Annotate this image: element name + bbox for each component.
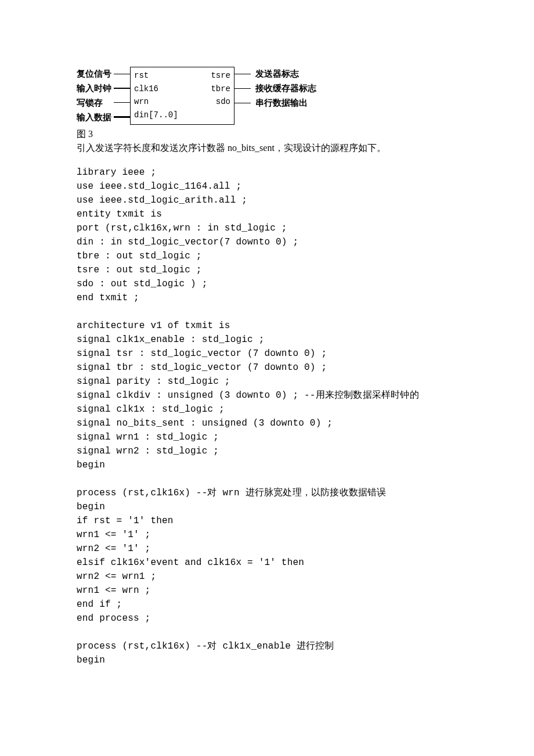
port-din: din[7..0] [134, 110, 192, 121]
code-line: end txmit ; [77, 291, 457, 305]
code-line: wrn1 <= wrn ; [77, 584, 457, 597]
code-line: entity txmit is [77, 207, 457, 221]
code-line: port (rst,clk16x,wrn : in std_logic ; [77, 221, 457, 235]
port-sdo: sdo [192, 96, 230, 108]
block-diagram: 复位信号 输入时钟 写锁存 输入数据 rst clk16 wrn din[7..… [77, 67, 355, 125]
code-line: begin [77, 500, 457, 514]
label-serial-output: 串行数据输出 [255, 96, 319, 110]
code-line: tsre : out std_logic ; [77, 263, 457, 277]
label-input-data: 输入数据 [77, 110, 114, 125]
code-line: signal tsr : std_logic_vector (7 downto … [77, 347, 457, 361]
code-line: signal clkdiv : unsigned (3 downto 0) ; … [77, 388, 457, 402]
right-leads [234, 67, 251, 125]
intro-paragraph: 引入发送字符长度和发送次序计数器 no_bits_sent，实现设计的源程序如下… [77, 141, 457, 155]
label-clock: 输入时钟 [77, 81, 114, 96]
txmit-block: rst clk16 wrn din[7..0] tsre tbre sdo . [130, 67, 234, 125]
code-line: wrn2 <= '1' ; [77, 542, 457, 556]
code-line: process (rst,clk16x) --对 clk1x_enable 进行… [77, 639, 457, 653]
figure-caption: 图 3 [77, 127, 457, 141]
code-line: elsif clk16x'event and clk16x = '1' then [77, 556, 457, 570]
code-line: process (rst,clk16x) --对 wrn 进行脉宽处理，以防接收… [77, 486, 457, 500]
code-line: signal wrn1 : std_logic ; [77, 430, 457, 444]
code-line: wrn1 <= '1' ; [77, 528, 457, 542]
left-leads [114, 67, 130, 125]
code-line: signal clk1x : std_logic ; [77, 402, 457, 416]
code-line: sdo : out std_logic ) ; [77, 277, 457, 291]
label-rx-buffer-flag: 接收缓存器标志 [255, 81, 319, 96]
diagram-block-wrap: rst clk16 wrn din[7..0] tsre tbre sdo . [114, 67, 251, 125]
code-line: use ieee.std_logic_1164.all ; [77, 179, 457, 193]
code-line: wrn2 <= wrn1 ; [77, 570, 457, 584]
port-wrn: wrn [134, 96, 192, 108]
code-line: end process ; [77, 611, 457, 625]
code-line: signal clk1x_enable : std_logic ; [77, 333, 457, 347]
port-tsre: tsre [192, 70, 230, 82]
code-line: signal wrn2 : std_logic ; [77, 444, 457, 458]
code-line [77, 305, 457, 319]
port-clk16: clk16 [134, 84, 192, 95]
code-line: signal parity : std_logic ; [77, 375, 457, 388]
diagram-left-labels: 复位信号 输入时钟 写锁存 输入数据 [77, 67, 114, 125]
code-line: din : in std_logic_vector(7 downto 0) ; [77, 235, 457, 249]
code-line: architecture v1 of txmit is [77, 319, 457, 333]
label-tx-flag: 发送器标志 [255, 67, 319, 81]
code-line: if rst = '1' then [77, 514, 457, 528]
vhdl-code: library ieee ;use ieee.std_logic_1164.al… [77, 165, 457, 667]
code-line [77, 472, 457, 486]
label-reset: 复位信号 [77, 67, 114, 81]
code-line: library ieee ; [77, 165, 457, 179]
port-tbre: tbre [192, 84, 230, 95]
document-page: 复位信号 输入时钟 写锁存 输入数据 rst clk16 wrn din[7..… [0, 0, 534, 756]
code-line: end if ; [77, 597, 457, 611]
code-line: begin [77, 653, 457, 667]
label-write-latch: 写锁存 [77, 96, 114, 110]
code-line: signal no_bits_sent : unsigned (3 downto… [77, 416, 457, 430]
code-line: use ieee.std_logic_arith.all ; [77, 193, 457, 207]
port-rst: rst [134, 70, 192, 82]
code-line [77, 625, 457, 639]
code-line: begin [77, 458, 457, 472]
diagram-right-labels: 发送器标志 接收缓存器标志 串行数据输出 . [251, 67, 319, 125]
code-line: tbre : out std_logic ; [77, 249, 457, 263]
code-line: signal tbr : std_logic_vector (7 downto … [77, 361, 457, 375]
